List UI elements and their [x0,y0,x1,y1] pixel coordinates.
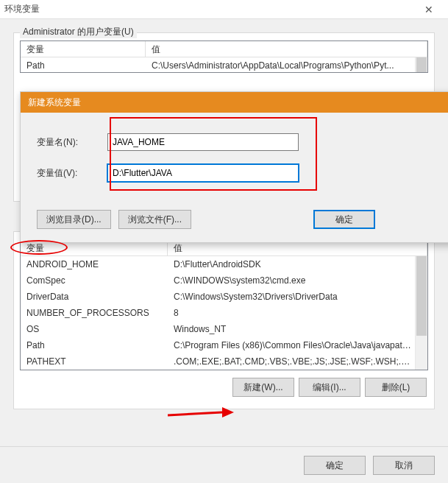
table-row[interactable]: DriverDataC:\Windows\System32\Drivers\Dr… [21,289,427,305]
table-row[interactable]: OSWindows_NT [21,321,427,337]
variable-name-input[interactable] [107,133,299,151]
cell-variable: NUMBER_OF_PROCESSORS [21,305,168,321]
variable-name-label: 变量名(N): [37,136,107,149]
table-row[interactable]: PATHEXT.COM;.EXE;.BAT;.CMD;.VBS;.VBE;.JS… [21,353,427,370]
scrollbar[interactable] [415,256,427,370]
system-variables-buttons: 新建(W)... 编辑(I)... 删除(L) [17,370,431,403]
new-system-variable-dialog: 新建系统变量 变量名(N): 变量值(V): 浏览目录(D)... 浏览文件(F… [20,91,448,243]
user-variables-list[interactable]: 变量 值 Path C:\Users\Administrator\AppData… [20,40,428,73]
table-row[interactable]: Path C:\Users\Administrator\AppData\Loca… [21,57,427,74]
cell-value: C:\Users\Administrator\AppData\Local\Pro… [146,57,427,74]
delete-button[interactable]: 删除(L) [365,378,427,397]
variable-value-input[interactable] [107,164,299,182]
new-button[interactable]: 新建(W)... [232,378,294,397]
system-variables-group: 系统变量(S) 变量 值 ANDROID_HOMED:\Flutter\Andr… [13,231,435,409]
window-title: 环境变量 [4,3,414,15]
table-row[interactable]: PathC:\Program Files (x86)\Common Files\… [21,337,427,353]
svg-line-0 [168,412,222,415]
titlebar: 环境变量 ✕ [0,0,448,19]
scrollbar[interactable] [415,57,427,72]
dialog-bottom-bar: 确定 取消 [0,446,448,483]
cell-variable: PATHEXT [21,353,168,370]
close-icon[interactable]: ✕ [414,1,444,18]
table-row[interactable]: NUMBER_OF_PROCESSORS8 [21,305,427,321]
variable-value-label: 变量值(V): [37,167,107,180]
cell-value: D:\Flutter\AndroidSDK [168,256,427,272]
dialog-ok-button[interactable]: 确定 [313,210,375,229]
user-variables-label: Administrator 的用户变量(U) [20,26,137,38]
browse-directory-button[interactable]: 浏览目录(D)... [37,210,111,229]
list-header: 变量 值 [21,41,427,57]
cell-variable: ANDROID_HOME [21,256,168,272]
cell-variable: DriverData [21,289,168,305]
cell-value: C:\WINDOWS\system32\cmd.exe [168,272,427,289]
cell-value: C:\Windows\System32\Drivers\DriverData [168,289,427,305]
table-row[interactable]: ComSpecC:\WINDOWS\system32\cmd.exe [21,272,427,289]
cancel-button[interactable]: 取消 [373,456,435,475]
system-variables-list[interactable]: 变量 值 ANDROID_HOMED:\Flutter\AndroidSDKCo… [20,239,428,370]
cell-variable: Path [21,57,146,74]
ok-button[interactable]: 确定 [304,456,366,475]
cell-variable: ComSpec [21,272,168,289]
column-header-value[interactable]: 值 [146,41,427,57]
column-header-variable[interactable]: 变量 [21,41,146,57]
cell-value: .COM;.EXE;.BAT;.CMD;.VBS;.VBE;.JS;.JSE;.… [168,353,427,370]
cell-variable: Path [21,337,168,353]
table-row[interactable]: ANDROID_HOMED:\Flutter\AndroidSDK [21,256,427,272]
cell-variable: OS [21,321,168,337]
cell-value: 8 [168,305,427,321]
cell-value: Windows_NT [168,321,427,337]
edit-button[interactable]: 编辑(I)... [299,378,360,397]
cell-value: C:\Program Files (x86)\Common Files\Orac… [168,337,427,353]
dialog-title: 新建系统变量 [21,92,448,113]
browse-file-button[interactable]: 浏览文件(F)... [118,210,191,229]
